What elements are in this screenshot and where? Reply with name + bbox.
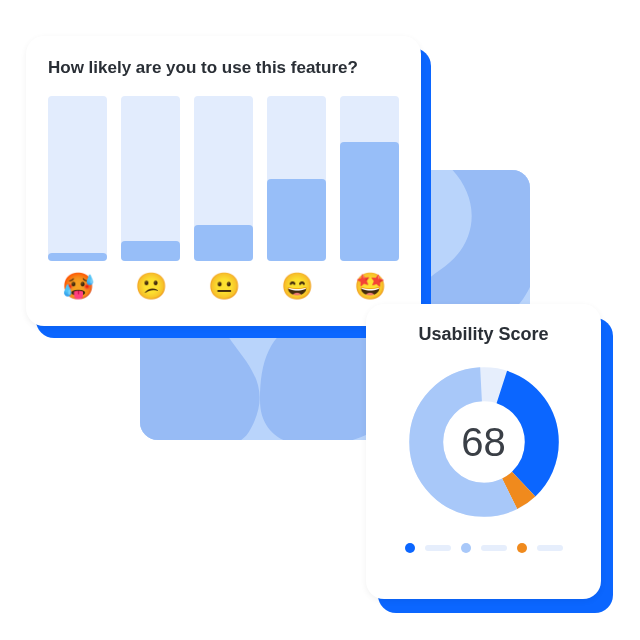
legend-dot-blue (405, 543, 415, 553)
emoji-3: 😐 (194, 273, 253, 299)
score-value: 68 (461, 420, 506, 465)
legend-dot-orange (517, 543, 527, 553)
emoji-2: 😕 (121, 273, 180, 299)
bar-1 (48, 96, 107, 261)
survey-bars (48, 96, 399, 261)
emoji-1: 🥵 (48, 273, 107, 299)
bar-5-fill (340, 142, 399, 261)
survey-title: How likely are you to use this feature? (48, 58, 399, 78)
legend-dot-lightblue (461, 543, 471, 553)
bar-3 (194, 96, 253, 261)
emoji-5: 🤩 (340, 273, 399, 299)
score-title: Usability Score (418, 324, 548, 345)
legend-bar-2 (481, 545, 507, 551)
bar-4 (267, 96, 326, 261)
bar-5 (340, 96, 399, 261)
legend-bar-3 (537, 545, 563, 551)
bar-2-fill (121, 241, 180, 261)
score-card: Usability Score 68 (366, 304, 601, 599)
donut-chart: 68 (399, 357, 569, 527)
legend-bar-1 (425, 545, 451, 551)
bar-3-fill (194, 225, 253, 261)
survey-card: How likely are you to use this feature? … (26, 36, 421, 326)
score-legend (405, 543, 563, 553)
emoji-row: 🥵 😕 😐 😄 🤩 (48, 273, 399, 299)
bar-4-fill (267, 179, 326, 262)
bar-2 (121, 96, 180, 261)
bar-1-fill (48, 253, 107, 261)
emoji-4: 😄 (267, 273, 326, 299)
